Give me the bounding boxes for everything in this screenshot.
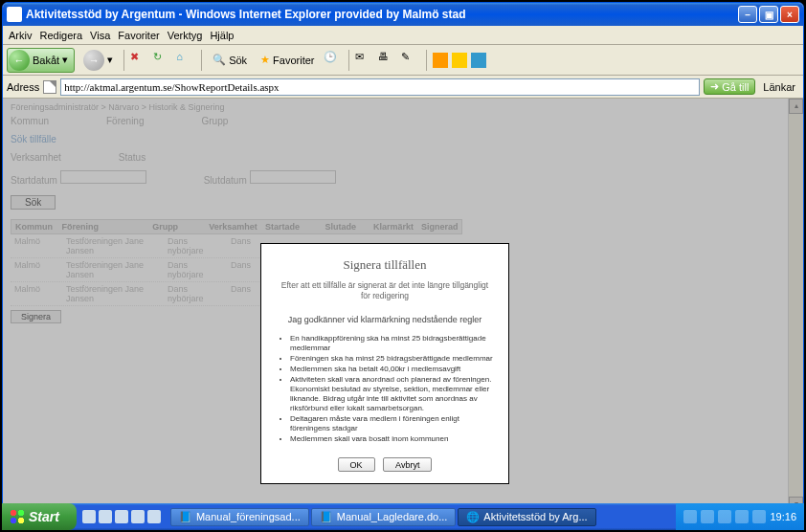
stop-icon[interactable]: ✖ [130,51,149,70]
home-icon[interactable]: ⌂ [176,51,195,70]
forward-icon: → [83,50,104,71]
modal-rule: Deltagaren måste vara medlem i föreninge… [290,414,493,433]
word-icon: 📘 [179,511,192,523]
clock[interactable]: 19:16 [770,511,796,522]
taskbar-task[interactable]: 📘 Manual_föreningsad... [170,508,309,526]
start-label: Start [29,509,59,524]
modal-rules-list: En handikappförening ska ha minst 25 bid… [290,334,493,444]
favorites-button[interactable]: ★ Favoriter [256,51,319,69]
tray-icon[interactable] [718,510,731,523]
address-input[interactable] [60,78,700,96]
taskbar: Start 📘 Manual_föreningsad... 📘 Manual_L… [2,503,804,530]
modal-subtitle: Efter att ett tillfälle är signerat är d… [277,280,493,301]
ie-icon: 🌐 [466,511,480,523]
dropdown-icon: ▾ [107,54,113,66]
ql-icon[interactable] [82,510,96,523]
tool-icon-3[interactable] [471,53,486,68]
mail-icon[interactable]: ✉ [355,51,374,70]
links-label[interactable]: Länkar [759,81,799,93]
page-icon [43,80,56,94]
dropdown-icon: ▾ [62,54,68,66]
modal-title: Signera tillfällen [277,257,493,273]
titlebar: Aktivitetsstöd by Argentum - Windows Int… [3,3,803,26]
windows-logo-icon [10,509,25,524]
menu-redigera[interactable]: Redigera [39,30,82,41]
back-button[interactable]: ← Bakåt ▾ [7,48,75,73]
go-button[interactable]: ➜ Gå till [704,78,755,95]
cancel-button[interactable]: Avbryt [383,457,432,472]
word-icon: 📘 [320,511,333,523]
modal-rule: Medlemmen skall vara bosatt inom kommune… [290,434,493,444]
history-icon[interactable]: 🕒 [324,51,343,70]
back-icon: ← [9,50,30,71]
ql-icon[interactable] [147,510,161,523]
edit-icon[interactable]: ✎ [401,51,420,70]
go-arrow-icon: ➜ [710,80,719,93]
toolbar: ← Bakåt ▾ → ▾ ✖ ↻ ⌂ 🔍 Sök ★ Favoriter 🕒 … [3,45,803,76]
ok-button[interactable]: OK [338,457,375,472]
address-label: Adress [7,81,39,93]
search-button[interactable]: 🔍 Sök [208,51,252,69]
menubar: Arkiv Redigera Visa Favoriter Verktyg Hj… [3,26,803,45]
minimize-button[interactable]: – [738,6,757,23]
ql-icon[interactable] [131,510,145,523]
favorites-label: Favoriter [273,55,314,66]
modal-dialog: Signera tillfällen Efter att ett tillfäl… [260,243,509,484]
tray-icon[interactable] [683,510,697,523]
refresh-icon[interactable]: ↻ [153,51,172,70]
search-icon: 🔍 [213,54,226,66]
menu-verktyg[interactable]: Verktyg [168,30,203,41]
star-icon: ★ [260,54,270,66]
forward-button[interactable]: → ▾ [78,47,118,74]
app-icon [7,7,22,22]
taskbar-task-active[interactable]: 🌐 Aktivitetsstöd by Arg... [458,508,595,526]
back-label: Bakåt [33,55,59,66]
menu-hjalp[interactable]: Hjälp [210,30,234,41]
ql-icon[interactable] [99,510,112,523]
menu-visa[interactable]: Visa [90,30,110,41]
ql-icon[interactable] [115,510,128,523]
tool-icon-1[interactable] [433,53,448,68]
tool-icon-2[interactable] [452,53,467,68]
addressbar: Adress ➜ Gå till Länkar [3,76,803,99]
modal-rule: Föreningen ska ha minst 25 bidragsberätt… [290,354,493,364]
menu-arkiv[interactable]: Arkiv [9,30,32,41]
close-button[interactable]: × [780,6,799,23]
system-tray: 19:16 [676,503,804,530]
menu-favoriter[interactable]: Favoriter [118,30,159,41]
window-title: Aktivitetsstöd by Argentum - Windows Int… [26,8,738,21]
modal-rule: Medlemmen ska ha betalt 40,00kr i medlem… [290,365,493,374]
tray-icon[interactable] [752,510,766,523]
modal-heading: Jag godkänner vid klarmärkning nedståend… [277,315,493,324]
modal-rule: En handikappförening ska ha minst 25 bid… [290,334,493,353]
modal-rule: Aktiviteten skall vara anordnad och plan… [290,375,493,413]
tray-icon[interactable] [735,510,749,523]
start-button[interactable]: Start [2,503,77,530]
go-label: Gå till [722,81,749,93]
content-area: ▴ ▾ Föreningsadministratör > Närvaro > H… [3,99,803,512]
print-icon[interactable]: 🖶 [378,51,397,70]
quick-launch [77,510,167,523]
taskbar-task[interactable]: 📘 Manual_Lagledare.do... [311,508,457,526]
search-label: Sök [229,55,247,66]
maximize-button[interactable]: ▣ [759,6,778,23]
tray-icon[interactable] [701,510,714,523]
